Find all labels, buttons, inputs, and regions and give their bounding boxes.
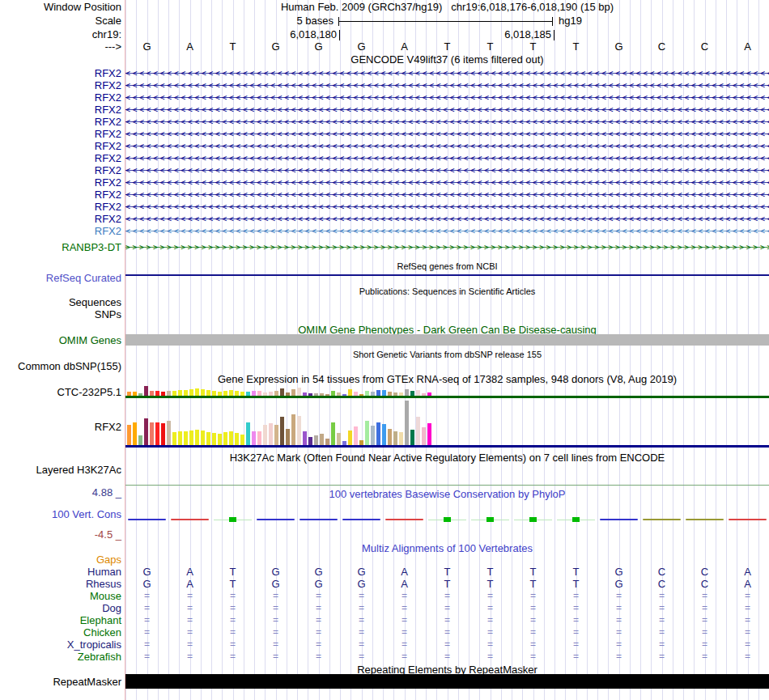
gtex-tissue-bar[interactable] [416, 390, 420, 396]
gtex-tissue-bar[interactable] [382, 424, 386, 445]
gene-label-rfx2[interactable]: RFX2 [0, 164, 121, 176]
gtex-tissue-bar[interactable] [257, 431, 261, 445]
common-dbsnp-label[interactable]: Common dbSNP(155) [0, 360, 121, 372]
gtex-tissue-bar[interactable] [376, 422, 380, 445]
strand-direction-label[interactable]: ---> [0, 40, 121, 53]
gtex-tissue-bar[interactable] [337, 433, 341, 445]
gtex-tissue-bar[interactable] [325, 439, 329, 445]
gtex-tissue-bar[interactable] [263, 425, 267, 445]
gtex-tissue-bar[interactable] [195, 388, 199, 396]
gene-transcript-rfx2[interactable]: <<<<<<<<<<<<<<<<<<<<<<<<<<<<<<<<<<<<<<<<… [125, 189, 769, 201]
gene-label-rfx2[interactable]: RFX2 [0, 67, 121, 79]
snps-label[interactable]: SNPs [0, 308, 121, 320]
gtex-tissue-bar[interactable] [218, 434, 222, 445]
gtex-tissue-bar[interactable] [427, 423, 431, 445]
gtex-tissue-bar[interactable] [348, 389, 352, 396]
gtex-tissue-bar[interactable] [189, 389, 193, 396]
gtex-tissue-bar[interactable] [308, 437, 312, 445]
multiz-species-label-mouse[interactable]: Mouse [0, 590, 121, 602]
reference-sequence-row[interactable]: GATGGGATTTTGCCA [125, 40, 769, 53]
gene-transcript-rfx2[interactable]: <<<<<<<<<<<<<<<<<<<<<<<<<<<<<<<<<<<<<<<<… [125, 91, 769, 104]
repeatmasker-label[interactable]: RepeatMasker [0, 676, 121, 688]
gene-transcript-rfx2[interactable]: <<<<<<<<<<<<<<<<<<<<<<<<<<<<<<<<<<<<<<<<… [125, 176, 769, 189]
gene-label-rfx2[interactable]: RFX2 [0, 201, 121, 213]
sequences-label[interactable]: Sequences [0, 296, 121, 308]
gtex-tissue-bar[interactable] [422, 427, 426, 445]
phylop-track-title[interactable]: 100 vertebrates Basewise Conservation by… [125, 488, 769, 500]
repeatmasker-element-bar[interactable] [125, 674, 769, 689]
gtex-tissue-bar[interactable] [184, 390, 188, 396]
gtex-tissue-bar[interactable] [144, 418, 148, 445]
gene-transcript-rfx2[interactable]: <<<<<<<<<<<<<<<<<<<<<<<<<<<<<<<<<<<<<<<<… [125, 128, 769, 140]
multiz-species-label-rhesus[interactable]: Rhesus [0, 578, 121, 590]
gtex-tissue-bar[interactable] [235, 433, 239, 445]
gene-transcript-ranbp3-dt[interactable]: >>>>>>>>>>>>>>>>>>>>>>>>>>>>>>>>>>>>>>>>… [125, 241, 769, 253]
gtex-tissue-bar[interactable] [155, 422, 159, 445]
gtex-tissue-bar[interactable] [229, 390, 233, 396]
gene-label-rfx2[interactable]: RFX2 [0, 176, 121, 189]
gtex-tissue-bar[interactable] [291, 389, 295, 396]
multiz-species-label-elephant[interactable]: Elephant [0, 614, 121, 626]
omim-genes-label[interactable]: OMIM Genes [0, 334, 121, 346]
gtex-tissue-bar[interactable] [138, 435, 142, 445]
gtex-tissue-bar[interactable] [320, 434, 324, 445]
gtex-tissue-bar[interactable] [297, 388, 301, 396]
gtex-tissue-bar[interactable] [410, 430, 414, 445]
gtex-tissue-bar[interactable] [150, 422, 154, 445]
gtex-tissue-bar[interactable] [371, 426, 375, 445]
multiz-species-label-x_tropicalis[interactable]: X_tropicalis [0, 638, 121, 651]
gtex-tissue-bar[interactable] [167, 421, 171, 445]
gtex-barchart-ctc232p51[interactable] [127, 386, 431, 396]
gtex-tissue-bar[interactable] [201, 431, 205, 445]
gtex-tissue-bar[interactable] [206, 432, 210, 445]
gtex-tissue-bar[interactable] [223, 432, 227, 445]
gtex-tissue-bar[interactable] [178, 431, 182, 445]
gtex-tissue-bar[interactable] [195, 430, 199, 445]
phylop-track-label[interactable]: 100 Vert. Cons [0, 508, 121, 520]
gene-transcript-rfx2[interactable]: <<<<<<<<<<<<<<<<<<<<<<<<<<<<<<<<<<<<<<<<… [125, 201, 769, 213]
gtex-tissue-bar[interactable] [206, 390, 210, 396]
gencode-track-title[interactable]: GENCODE V49lift37 (6 items filtered out) [125, 53, 769, 66]
gtex-tissue-bar[interactable] [416, 417, 420, 445]
gtex-gene1-label[interactable]: CTC-232P5.1 [0, 386, 121, 398]
gene-transcript-rfx2[interactable]: <<<<<<<<<<<<<<<<<<<<<<<<<<<<<<<<<<<<<<<<… [125, 104, 769, 116]
gtex-tissue-bar[interactable] [172, 432, 176, 445]
gtex-tissue-bar[interactable] [127, 425, 131, 445]
gene-transcript-rfx2[interactable]: <<<<<<<<<<<<<<<<<<<<<<<<<<<<<<<<<<<<<<<<… [125, 213, 769, 225]
gtex-tissue-bar[interactable] [376, 390, 380, 396]
publications-track-title[interactable]: Publications: Sequences in Scientific Ar… [125, 286, 769, 298]
gtex-tissue-bar[interactable] [388, 429, 392, 445]
gene-transcript-rfx2[interactable]: <<<<<<<<<<<<<<<<<<<<<<<<<<<<<<<<<<<<<<<<… [125, 152, 769, 164]
multiz-species-label-dog[interactable]: Dog [0, 602, 121, 614]
gene-label-rfx2[interactable]: RFX2 [0, 79, 121, 91]
gtex-tissue-bar[interactable] [331, 422, 335, 445]
gtex-tissue-bar[interactable] [291, 414, 295, 445]
gene-label-rfx2[interactable]: RFX2 [0, 189, 121, 201]
multiz-species-label-human[interactable]: Human [0, 566, 121, 578]
gtex-tissue-bar[interactable] [280, 417, 284, 445]
gtex-tissue-bar[interactable] [348, 431, 352, 445]
gtex-tissue-bar[interactable] [365, 421, 369, 445]
gtex-tissue-bar[interactable] [314, 435, 318, 445]
gtex-tissue-bar[interactable] [133, 422, 137, 445]
multiz-species-label-zebrafish[interactable]: Zebrafish [0, 651, 121, 663]
h3k27ac-track-title[interactable]: H3K27Ac Mark (Often Found Near Active Re… [125, 452, 769, 464]
gtex-tissue-bar[interactable] [382, 390, 386, 396]
gtex-tissue-bar[interactable] [354, 426, 358, 445]
refseq-curated-label[interactable]: RefSeq Curated [0, 272, 121, 284]
gtex-barchart-rfx2[interactable] [127, 401, 431, 445]
gtex-tissue-bar[interactable] [274, 425, 278, 445]
gene-label-ranbp3-dt[interactable]: RANBP3-DT [0, 241, 121, 253]
multiz-species-label-gaps[interactable]: Gaps [0, 554, 121, 566]
gtex-tissue-bar[interactable] [393, 431, 397, 445]
gene-transcript-rfx2[interactable]: <<<<<<<<<<<<<<<<<<<<<<<<<<<<<<<<<<<<<<<<… [125, 67, 769, 79]
gtex-tissue-bar[interactable] [405, 389, 409, 396]
gene-label-rfx2[interactable]: RFX2 [0, 91, 121, 104]
gene-label-rfx2[interactable]: RFX2 [0, 213, 121, 225]
gene-transcript-rfx2[interactable]: <<<<<<<<<<<<<<<<<<<<<<<<<<<<<<<<<<<<<<<<… [125, 140, 769, 152]
gene-transcript-rfx2[interactable]: <<<<<<<<<<<<<<<<<<<<<<<<<<<<<<<<<<<<<<<<… [125, 116, 769, 128]
refseq-curated-item[interactable] [125, 274, 769, 276]
gtex-tissue-bar[interactable] [189, 431, 193, 445]
layered-h3k27ac-label[interactable]: Layered H3K27Ac [0, 464, 121, 476]
multiz-track-title[interactable]: Multiz Alignments of 100 Vertebrates [125, 542, 769, 554]
